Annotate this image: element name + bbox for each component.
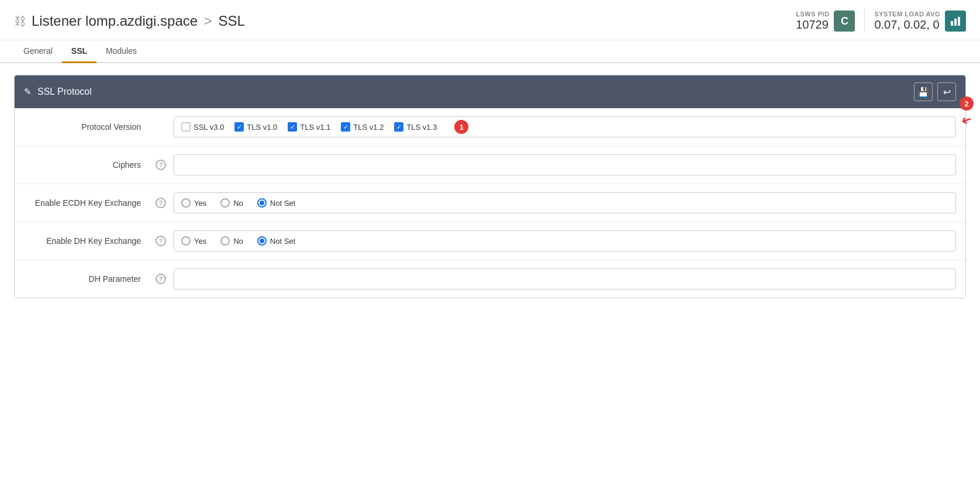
dh-no-label: No bbox=[233, 237, 243, 246]
lsws-pid-label: LSWS PID bbox=[796, 11, 829, 18]
ecdh-not-set-label: Not Set bbox=[270, 199, 295, 208]
dh-parameter-row: DH Parameter ? bbox=[15, 260, 965, 298]
system-load-label: SYSTEM LOAD AVG bbox=[874, 11, 940, 18]
dh-parameter-help-icon[interactable]: ? bbox=[156, 274, 166, 284]
svg-rect-2 bbox=[958, 17, 960, 26]
page-title: Listener lomp.azdigi.space > SSL bbox=[32, 13, 245, 29]
ciphers-help[interactable]: ? bbox=[153, 160, 169, 170]
lsws-refresh-button[interactable]: C bbox=[834, 11, 855, 32]
header-right: LSWS PID 10729 C SYSTEM LOAD AVG 0.07, 0… bbox=[796, 9, 966, 33]
dh-yes-label: Yes bbox=[194, 237, 206, 246]
annotation-badge-1: 1 bbox=[454, 120, 468, 134]
ecdh-row: Enable ECDH Key Exchange ? Yes No bbox=[15, 184, 965, 222]
ecdh-no[interactable]: No bbox=[220, 198, 243, 208]
dh-control: Yes No Not Set bbox=[174, 230, 956, 251]
proto-tlsv10[interactable]: ✓ TLS v1.0 bbox=[234, 122, 277, 132]
svg-rect-0 bbox=[951, 21, 953, 26]
system-load-info: SYSTEM LOAD AVG 0.07, 0.02, 0 bbox=[874, 11, 940, 32]
lsws-pid-value: 10729 bbox=[796, 18, 829, 32]
ecdh-radio-no[interactable] bbox=[220, 198, 230, 208]
ciphers-input[interactable] bbox=[179, 160, 951, 170]
edit-panel-icon: ✎ bbox=[24, 87, 32, 97]
save-button[interactable]: 💾 bbox=[914, 82, 933, 101]
breadcrumb-separator: > bbox=[204, 13, 212, 29]
protocol-version-label: Protocol Version bbox=[24, 122, 153, 132]
main-content: ✎ SSL Protocol 💾 ↩ Protocol Version bbox=[0, 75, 980, 312]
ecdh-radio-not-set[interactable] bbox=[257, 198, 267, 208]
dh-not-set-label: Not Set bbox=[270, 237, 295, 246]
form-body: Protocol Version SSL v3.0 ✓ TLS v1.0 ✓ T… bbox=[15, 108, 965, 298]
ecdh-yes-label: Yes bbox=[194, 199, 206, 208]
ecdh-radio-inner bbox=[260, 201, 264, 205]
dh-yes[interactable]: Yes bbox=[181, 236, 206, 246]
undo-icon: ↩ bbox=[943, 87, 951, 98]
page-title-main: Listener lomp.azdigi.space bbox=[32, 13, 198, 29]
proto-tlsv13[interactable]: ✓ TLS v1.3 bbox=[394, 122, 437, 132]
proto-tlsv10-label: TLS v1.0 bbox=[247, 123, 277, 132]
dh-radio-no[interactable] bbox=[220, 236, 230, 246]
ecdh-help[interactable]: ? bbox=[153, 198, 169, 208]
page-header: ⛓ Listener lomp.azdigi.space > SSL LSWS … bbox=[0, 0, 980, 40]
ecdh-label: Enable ECDH Key Exchange bbox=[24, 198, 153, 208]
ecdh-not-set[interactable]: Not Set bbox=[257, 198, 295, 208]
dh-radio-not-set[interactable] bbox=[257, 236, 267, 246]
ecdh-help-icon[interactable]: ? bbox=[156, 198, 166, 208]
lsws-pid-block: LSWS PID 10729 C bbox=[796, 11, 855, 32]
checkbox-tlsv12[interactable]: ✓ bbox=[341, 122, 350, 132]
chain-icon: ⛓ bbox=[14, 15, 26, 28]
system-load-value: 0.07, 0.02, 0 bbox=[874, 18, 940, 32]
proto-tlsv12[interactable]: ✓ TLS v1.2 bbox=[341, 122, 384, 132]
dh-parameter-label: DH Parameter bbox=[24, 274, 153, 284]
proto-sslv30[interactable]: SSL v3.0 bbox=[181, 122, 224, 132]
undo-button[interactable]: ↩ bbox=[937, 82, 956, 101]
svg-rect-1 bbox=[954, 19, 957, 26]
proto-sslv30-label: SSL v3.0 bbox=[194, 123, 224, 132]
dh-radio-inner bbox=[260, 239, 264, 243]
ecdh-radio-yes[interactable] bbox=[181, 198, 191, 208]
annotation-arrow: ➜ bbox=[959, 112, 974, 130]
dh-not-set[interactable]: Not Set bbox=[257, 236, 295, 246]
dh-no[interactable]: No bbox=[220, 236, 243, 246]
tab-ssl[interactable]: SSL bbox=[62, 40, 96, 63]
dh-parameter-input[interactable] bbox=[179, 274, 951, 284]
header-left: ⛓ Listener lomp.azdigi.space > SSL bbox=[14, 13, 245, 29]
system-load-chart-button[interactable] bbox=[945, 11, 966, 32]
ciphers-row: Ciphers ? bbox=[15, 146, 965, 184]
dh-parameter-help[interactable]: ? bbox=[153, 274, 169, 284]
ssl-protocol-panel: ✎ SSL Protocol 💾 ↩ Protocol Version bbox=[14, 75, 966, 298]
dh-help-icon[interactable]: ? bbox=[156, 236, 166, 246]
lsws-pid-info: LSWS PID 10729 bbox=[796, 11, 829, 32]
proto-tlsv11-label: TLS v1.1 bbox=[300, 123, 330, 132]
panel-title-text: SSL Protocol bbox=[37, 87, 92, 97]
ecdh-yes[interactable]: Yes bbox=[181, 198, 206, 208]
checkbox-tlsv10[interactable]: ✓ bbox=[234, 122, 244, 132]
page-title-sub: SSL bbox=[219, 13, 245, 29]
protocol-version-row: Protocol Version SSL v3.0 ✓ TLS v1.0 ✓ T… bbox=[15, 108, 965, 146]
ciphers-control bbox=[174, 154, 956, 175]
panel-header-title: ✎ SSL Protocol bbox=[24, 87, 92, 97]
checkbox-tlsv13[interactable]: ✓ bbox=[394, 122, 403, 132]
protocol-version-control: SSL v3.0 ✓ TLS v1.0 ✓ TLS v1.1 ✓ TLS v1.… bbox=[174, 116, 956, 137]
ciphers-label: Ciphers bbox=[24, 160, 153, 170]
ecdh-no-label: No bbox=[233, 199, 243, 208]
bar-chart-icon bbox=[950, 16, 961, 26]
dh-parameter-control bbox=[174, 268, 956, 289]
save-icon: 💾 bbox=[917, 87, 929, 98]
system-load-block: SYSTEM LOAD AVG 0.07, 0.02, 0 bbox=[874, 11, 966, 32]
ciphers-help-icon[interactable]: ? bbox=[156, 160, 166, 170]
dh-radio-yes[interactable] bbox=[181, 236, 191, 246]
tabs-bar: General SSL Modules bbox=[0, 40, 980, 63]
proto-tlsv11[interactable]: ✓ TLS v1.1 bbox=[288, 122, 330, 132]
panel-header: ✎ SSL Protocol 💾 ↩ bbox=[15, 75, 965, 108]
dh-row: Enable DH Key Exchange ? Yes No bbox=[15, 222, 965, 260]
dh-label: Enable DH Key Exchange bbox=[24, 236, 153, 246]
tab-general[interactable]: General bbox=[14, 40, 62, 63]
checkbox-tlsv11[interactable]: ✓ bbox=[288, 122, 297, 132]
tab-modules[interactable]: Modules bbox=[96, 40, 146, 63]
proto-tlsv12-label: TLS v1.2 bbox=[353, 123, 384, 132]
checkbox-sslv30[interactable] bbox=[181, 122, 191, 132]
ecdh-control: Yes No Not Set bbox=[174, 192, 956, 213]
header-divider bbox=[864, 9, 865, 33]
dh-help[interactable]: ? bbox=[153, 236, 169, 246]
proto-tlsv13-label: TLS v1.3 bbox=[406, 123, 437, 132]
